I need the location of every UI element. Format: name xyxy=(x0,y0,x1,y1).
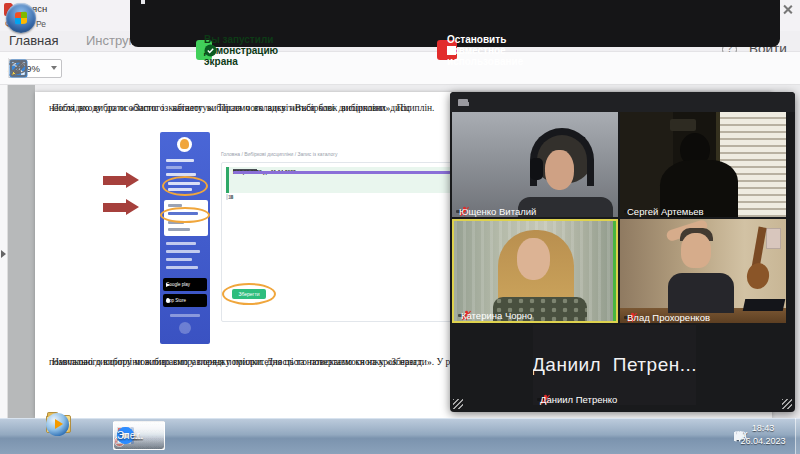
side-pane-strip[interactable] xyxy=(0,85,8,418)
google-play-badge: Google play xyxy=(163,278,207,291)
participant-face xyxy=(517,238,550,280)
participant-name-tag: Ющенко Виталий xyxy=(456,210,464,213)
video-feed xyxy=(620,219,786,323)
ellipse-highlight xyxy=(162,176,208,196)
apple-icon xyxy=(166,298,170,303)
pdf-toolbar: / 4 49,9% xyxy=(0,52,800,85)
show-desktop-button[interactable] xyxy=(795,418,800,454)
pane-toggle-icon[interactable] xyxy=(1,250,6,258)
taskbar-button-zoom-2[interactable]: Эле... xyxy=(113,421,165,450)
resize-handle[interactable] xyxy=(782,399,792,409)
start-button[interactable] xyxy=(6,3,36,33)
google-play-icon xyxy=(166,283,170,287)
figure-content-card: з 01.03.2023 по 01.04.2023 Вибрано 1 кур… xyxy=(221,162,479,322)
clock-time: 18:43 xyxy=(732,422,794,435)
video-tile-petrenko[interactable]: Даниил Петрен... Даниил Петренко xyxy=(533,325,696,405)
gallery-titlebar xyxy=(450,92,795,112)
highlighter-icon[interactable] xyxy=(8,58,28,78)
red-arrow-icon xyxy=(103,176,126,185)
red-arrow-icon xyxy=(103,203,126,212)
taskbar-clock[interactable]: 18:43 26.04.2023 xyxy=(732,422,794,448)
ellipse-highlight xyxy=(160,207,210,223)
embedded-screenshot-figure: Google play App Store Головна / Вибірков… xyxy=(103,130,485,348)
participant-name-tag: Даниил Петренко xyxy=(537,398,545,401)
page-margin-background xyxy=(8,85,35,418)
close-icon[interactable] xyxy=(780,2,796,17)
media-player-icon[interactable] xyxy=(46,413,69,436)
participant-name-tag: Влад Прохоренков xyxy=(624,316,632,319)
gallery-view-icon[interactable] xyxy=(458,96,471,109)
sharing-status-banner: Вы запустили демонстрацию экрана xyxy=(196,40,212,60)
video-tile-chorno[interactable]: Катерина Чорно xyxy=(452,219,618,323)
tab-home[interactable]: Главная xyxy=(9,33,58,48)
video-feed xyxy=(452,112,618,217)
figure-logo xyxy=(177,137,192,152)
clock-date: 26.04.2023 xyxy=(732,435,794,448)
screen: Поясн Файл Ре Главная Инструменты ? Войт… xyxy=(0,0,800,454)
figure-footer-icon xyxy=(179,322,191,334)
video-feed xyxy=(454,221,616,321)
participant-name-tag: Катерина Чорно xyxy=(458,314,466,317)
windows-logo-icon xyxy=(15,12,27,25)
ellipse-highlight xyxy=(222,283,276,305)
participant-name-tag: Сергей Артемьев xyxy=(624,210,632,213)
video-feed xyxy=(620,112,786,217)
zoom-video-gallery-window[interactable]: Ющенко Виталий Сергей Артемьев Катерина xyxy=(450,92,795,412)
video-tile-artemyev[interactable]: Сергей Артемьев xyxy=(620,112,786,217)
video-tile-yushchenko[interactable]: Ющенко Виталий xyxy=(452,112,618,217)
participant-face xyxy=(681,233,711,268)
resize-handle[interactable] xyxy=(453,399,463,409)
stop-share-button[interactable]: Остановить совместное использование xyxy=(437,40,457,60)
shield-check-icon xyxy=(204,44,217,57)
video-tile-prokhorenkov[interactable]: Влад Прохоренков xyxy=(620,219,786,323)
menu-edit[interactable]: Ре xyxy=(36,19,46,29)
figure-sidebar: Google play App Store xyxy=(160,132,210,344)
figure-header: з 01.03.2023 по 01.04.2023 Вибрано 1 кур… xyxy=(226,167,472,193)
more-button[interactable]: Дополнит xyxy=(140,0,142,5)
app-store-badge: App Store xyxy=(163,294,207,307)
figure-breadcrumb: Головна / Вибіркові дисципліни / Запис і… xyxy=(221,151,338,157)
